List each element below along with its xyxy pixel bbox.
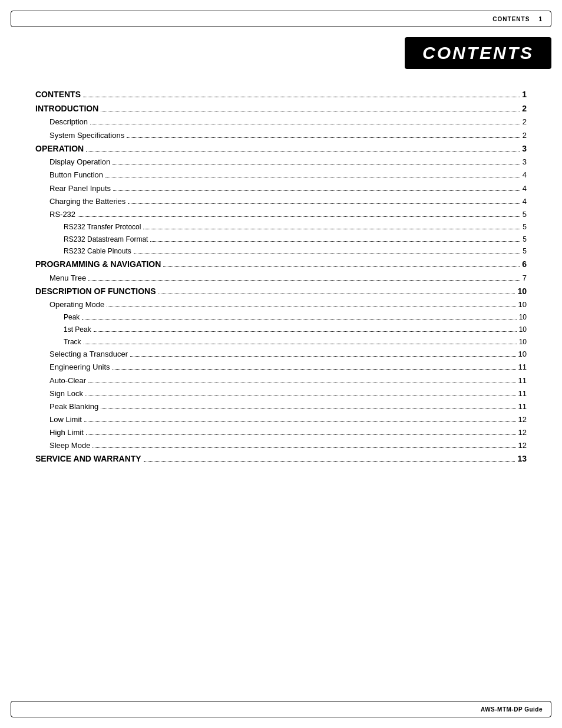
toc-page: 1 [522, 88, 527, 101]
toc-dots [143, 229, 520, 229]
toc-page: 11 [518, 361, 527, 373]
toc-row: Track10 [35, 337, 527, 348]
top-header-text: CONTENTS 1 [492, 16, 543, 22]
bottom-footer-text: AWS-MTM-DP Guide [481, 706, 543, 713]
toc-label: RS-232 [35, 209, 75, 220]
toc-page: 10 [519, 312, 527, 323]
toc-row: Sign Lock11 [35, 388, 527, 400]
toc-label: System Specifications [35, 130, 124, 141]
toc-dots [83, 97, 520, 97]
toc-row: RS232 Transfer Protocol5 [35, 222, 527, 233]
toc-page: 12 [518, 427, 527, 439]
toc-page: 2 [523, 130, 527, 141]
toc-row: CONTENTS1 [35, 88, 527, 101]
toc-row: System Specifications2 [35, 130, 527, 141]
toc-page: 11 [518, 375, 527, 387]
toc-label: 1st Peak [35, 324, 91, 335]
toc-row: Charging the Batteries4 [35, 196, 527, 207]
toc-page: 12 [518, 414, 527, 426]
toc-page: 12 [518, 440, 527, 452]
toc-label: CONTENTS [35, 88, 81, 101]
toc-row: RS232 Datastream Format5 [35, 234, 527, 245]
toc-label: Track [35, 337, 81, 348]
toc-row: 1st Peak10 [35, 324, 527, 335]
toc-label: Peak Blanking [35, 401, 98, 413]
toc-label: Low Limit [35, 414, 82, 426]
toc-dots [113, 369, 516, 370]
toc-label: INTRODUCTION [35, 103, 98, 116]
toc-row: Sleep Mode12 [35, 440, 527, 452]
toc-dots [158, 294, 515, 294]
toc-page: 5 [523, 209, 527, 220]
toc-page: 13 [517, 453, 527, 466]
toc-label: RS232 Cable Pinouts [35, 246, 131, 257]
toc-page: 4 [523, 183, 527, 195]
toc-label: Selecting a Transducer [35, 348, 128, 360]
toc-dots [113, 164, 520, 164]
toc-page: 5 [523, 234, 527, 245]
toc-row: OPERATION3 [35, 143, 527, 156]
toc-page: 3 [522, 143, 527, 156]
toc-dots [150, 241, 520, 242]
toc-label: RS232 Datastream Format [35, 234, 148, 245]
toc-dots [101, 409, 515, 409]
toc-label: Peak [35, 312, 80, 323]
toc-label: Sign Lock [35, 388, 83, 400]
toc-row: Auto-Clear11 [35, 375, 527, 387]
toc-dots [130, 356, 516, 357]
toc-page: 10 [518, 299, 527, 311]
toc-dots [94, 331, 517, 332]
toc-dots [92, 447, 515, 448]
toc-dots [127, 137, 520, 138]
toc-dots [84, 344, 517, 344]
toc-dots [84, 421, 516, 422]
toc-row: DESCRIPTION OF FUNCTIONS10 [35, 285, 527, 298]
page-title: CONTENTS [422, 43, 534, 62]
toc-label: Charging the Batteries [35, 196, 125, 207]
toc-label: Menu Tree [35, 272, 86, 284]
toc-dots [107, 307, 515, 307]
toc-label: Sleep Mode [35, 440, 90, 452]
toc-row: Rear Panel Inputs4 [35, 183, 527, 195]
toc-page: 11 [518, 388, 527, 400]
toc-label: Auto-Clear [35, 375, 86, 387]
toc-page: 10 [519, 324, 527, 335]
toc-label: SERVICE AND WARRANTY [35, 453, 141, 466]
toc-row: Peak10 [35, 312, 527, 323]
toc-page: 7 [523, 272, 527, 284]
toc-page: 10 [517, 285, 527, 298]
toc-page: 4 [523, 196, 527, 207]
toc-container: CONTENTS1INTRODUCTION2Description2System… [35, 88, 527, 467]
toc-label: Display Operation [35, 156, 110, 168]
toc-label: OPERATION [35, 143, 84, 156]
title-banner: CONTENTS [11, 35, 551, 71]
toc-dots [113, 190, 520, 191]
toc-dots [90, 124, 520, 124]
toc-page: 10 [519, 337, 527, 348]
toc-row: INTRODUCTION2 [35, 103, 527, 116]
toc-dots [85, 396, 515, 396]
toc-row: Low Limit12 [35, 414, 527, 426]
toc-label: Engineering Units [35, 361, 110, 373]
toc-dots [78, 216, 520, 217]
toc-row: Peak Blanking11 [35, 401, 527, 413]
toc-dots [88, 280, 520, 281]
toc-page: 2 [523, 116, 527, 128]
toc-row: RS232 Cable Pinouts5 [35, 246, 527, 257]
title-banner-bg: CONTENTS [405, 37, 551, 69]
toc-label: Description [35, 116, 88, 128]
toc-page: 4 [523, 169, 527, 181]
toc-row: RS-2325 [35, 209, 527, 220]
toc-label: High Limit [35, 427, 84, 439]
toc-dots [128, 203, 520, 204]
toc-dots [88, 383, 515, 383]
toc-page: 11 [518, 401, 527, 413]
toc-page: 5 [523, 222, 527, 233]
toc-page: 6 [522, 258, 527, 271]
toc-dots [144, 461, 515, 462]
toc-row: Menu Tree7 [35, 272, 527, 284]
toc-label: PROGRAMMING & NAVIGATION [35, 258, 161, 271]
toc-row: PROGRAMMING & NAVIGATION6 [35, 258, 527, 271]
toc-page: 5 [523, 246, 527, 257]
toc-row: Selecting a Transducer10 [35, 348, 527, 360]
